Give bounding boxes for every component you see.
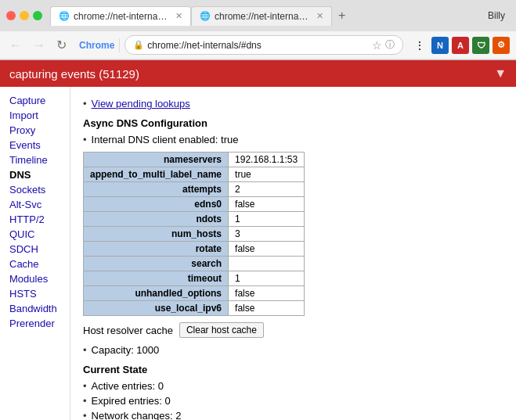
dns-key: attempts: [84, 182, 229, 197]
dns-key: append_to_multi_label_name: [84, 167, 229, 182]
sidebar-item-bandwidth[interactable]: Bandwidth: [0, 301, 70, 316]
sidebar: Capture Import Proxy Events Timeline DNS…: [0, 87, 70, 420]
extension-icon-3[interactable]: 🛡: [472, 37, 489, 54]
sidebar-item-quic[interactable]: QUIC: [0, 227, 70, 242]
tab-title: chrome://net-internals/#dns: [74, 11, 169, 22]
sidebar-item-sockets[interactable]: Sockets: [0, 182, 70, 197]
sidebar-item-hsts[interactable]: HSTS: [0, 286, 70, 301]
bullet-icon-2: •: [83, 134, 87, 145]
tab-title-2: chrome://net-internals/#socke...: [215, 11, 310, 22]
traffic-lights: [6, 11, 42, 20]
tab-icon: 🌐: [59, 11, 70, 21]
extension-icon-4[interactable]: ⚙: [493, 37, 510, 54]
browser-chrome: 🌐 chrome://net-internals/#dns ✕ 🌐 chrome…: [0, 0, 516, 60]
sidebar-item-dns[interactable]: DNS: [0, 167, 70, 182]
capacity-text: Capacity: 1000: [92, 344, 160, 356]
table-row: nameservers192.168.1.1:53: [84, 153, 305, 167]
dns-value: false: [229, 242, 305, 257]
maximize-button[interactable]: [33, 11, 42, 20]
dns-value: [229, 257, 305, 271]
chrome-label: Chrome: [74, 38, 120, 52]
sidebar-item-import[interactable]: Import: [0, 108, 70, 123]
sidebar-item-http2[interactable]: HTTP/2: [0, 212, 70, 227]
title-bar: 🌐 chrome://net-internals/#dns ✕ 🌐 chrome…: [0, 0, 516, 31]
clear-cache-button[interactable]: Clear host cache: [179, 322, 264, 338]
sidebar-item-events[interactable]: Events: [0, 138, 70, 153]
view-pending-link[interactable]: View pending lookups: [92, 98, 190, 109]
host-cache-row: Host resolver cache Clear host cache: [83, 322, 503, 338]
reload-button[interactable]: ↻: [53, 36, 70, 54]
lock-icon: 🔒: [133, 40, 144, 50]
user-label: Billy: [483, 7, 510, 24]
dns-value: false: [229, 197, 305, 212]
bullet-icon: •: [83, 380, 87, 392]
new-tab-button[interactable]: +: [332, 5, 352, 27]
state-item-text: Active entries: 0: [92, 380, 164, 392]
forward-button[interactable]: →: [30, 37, 49, 54]
url-text[interactable]: chrome://net-internals/#dns: [147, 40, 369, 51]
dns-value: 192.168.1.1:53: [229, 153, 305, 167]
dns-value: 3: [229, 227, 305, 242]
close-button[interactable]: [6, 11, 16, 20]
extension-icon-2[interactable]: A: [452, 37, 469, 54]
address-bar: ← → ↻ Chrome 🔒 chrome://net-internals/#d…: [0, 31, 516, 59]
state-item-text: Network changes: 2: [92, 410, 182, 420]
back-button[interactable]: ←: [6, 37, 25, 54]
sidebar-item-sdch[interactable]: SDCH: [0, 242, 70, 257]
dns-key: rotate: [84, 242, 229, 257]
table-row: unhandled_optionsfalse: [84, 286, 305, 301]
minimize-button[interactable]: [20, 11, 29, 20]
bullet-icon-3: •: [83, 344, 87, 356]
tab-icon-2: 🌐: [200, 11, 211, 21]
app-layout: Capture Import Proxy Events Timeline DNS…: [0, 87, 516, 420]
tab-close-icon[interactable]: ✕: [175, 11, 182, 21]
dns-key: timeout: [84, 271, 229, 286]
dns-value: true: [229, 167, 305, 182]
bullet-icon: •: [83, 395, 87, 407]
table-row: attempts2: [84, 182, 305, 197]
info-icon[interactable]: ⓘ: [385, 38, 395, 52]
sidebar-item-modules[interactable]: Modules: [0, 271, 70, 286]
sidebar-item-proxy[interactable]: Proxy: [0, 123, 70, 138]
dns-value: 2: [229, 182, 305, 197]
dns-config-table: nameservers192.168.1.1:53append_to_multi…: [83, 152, 305, 316]
tab-sockets[interactable]: 🌐 chrome://net-internals/#socke... ✕: [191, 6, 332, 26]
state-item: •Active entries: 0: [83, 380, 503, 392]
table-row: search: [84, 257, 305, 271]
tab-dns[interactable]: 🌐 chrome://net-internals/#dns ✕: [50, 6, 191, 26]
table-row: timeout1: [84, 271, 305, 286]
event-header-title: capturing events (51129): [9, 67, 139, 81]
header-chevron-icon[interactable]: ▼: [494, 66, 507, 81]
sidebar-item-capture[interactable]: Capture: [0, 93, 70, 108]
sidebar-item-cache[interactable]: Cache: [0, 257, 70, 271]
menu-icon[interactable]: ⋮: [411, 37, 428, 54]
table-row: num_hosts3: [84, 227, 305, 242]
dns-key: edns0: [84, 197, 229, 212]
bullet-icon: •: [83, 98, 87, 109]
url-bar[interactable]: 🔒 chrome://net-internals/#dns ☆ ⓘ: [124, 35, 403, 55]
main-content: • View pending lookups Async DNS Configu…: [70, 87, 516, 420]
extension-icon-1[interactable]: N: [431, 37, 449, 54]
async-dns-title: Async DNS Configuration: [83, 117, 503, 129]
dns-key: use_local_ipv6: [84, 301, 229, 316]
table-row: append_to_multi_label_nametrue: [84, 167, 305, 182]
dns-key: search: [84, 257, 229, 271]
internal-dns-text: Internal DNS client enabled: true: [92, 134, 239, 145]
table-row: edns0false: [84, 197, 305, 212]
table-row: ndots1: [84, 212, 305, 227]
host-cache-label: Host resolver cache: [83, 325, 173, 336]
tab-close-icon-2[interactable]: ✕: [316, 11, 323, 21]
state-item: •Network changes: 2: [83, 410, 503, 420]
dns-value: 1: [229, 212, 305, 227]
bookmark-icon[interactable]: ☆: [372, 39, 382, 52]
sidebar-item-timeline[interactable]: Timeline: [0, 153, 70, 167]
dns-key: nameservers: [84, 153, 229, 167]
sidebar-item-alt-svc[interactable]: Alt-Svc: [0, 197, 70, 212]
sidebar-item-prerender[interactable]: Prerender: [0, 316, 70, 331]
capacity-row: • Capacity: 1000: [83, 344, 503, 356]
dns-value: false: [229, 286, 305, 301]
state-item-text: Expired entries: 0: [92, 395, 171, 407]
current-state-title: Current State: [83, 364, 503, 375]
dns-key: unhandled_options: [84, 286, 229, 301]
state-item: •Expired entries: 0: [83, 395, 503, 407]
